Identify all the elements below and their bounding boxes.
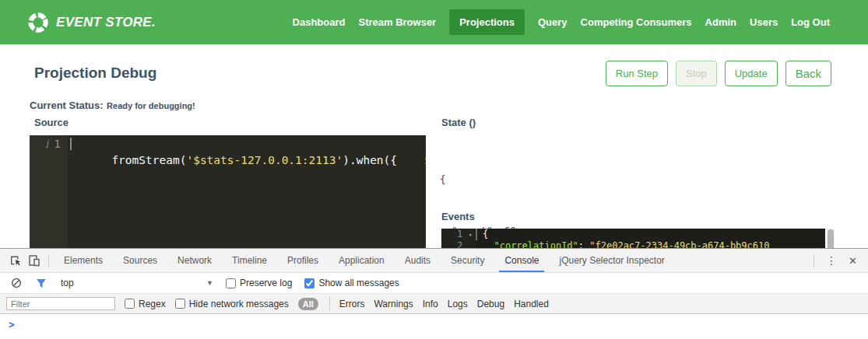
page-title: Projection Debug <box>34 65 156 82</box>
devtools-menu-icon[interactable]: ⋮ <box>819 254 844 267</box>
filter-input[interactable] <box>6 297 115 310</box>
events-scrollbar[interactable] <box>827 229 835 248</box>
source-code-editor[interactable]: i1 fromStream('$stats-127.0.0.1:2113').w… <box>30 135 426 248</box>
preserve-log-checkbox[interactable] <box>226 278 236 288</box>
hide-network-messages-label[interactable]: Hide network messages <box>189 299 289 309</box>
source-section-label: Source <box>34 117 69 128</box>
source-editor-gutter: i1 <box>30 135 67 248</box>
filter-level-debug[interactable]: Debug <box>477 299 504 309</box>
clear-console-icon[interactable] <box>7 274 26 292</box>
events-line-1: 1 ▾ { <box>441 229 825 240</box>
chevron-down-icon: ▼ <box>206 279 213 287</box>
code-token: ).when({ <box>343 154 397 166</box>
tab-audits[interactable]: Audits <box>399 249 436 272</box>
tab-application[interactable]: Application <box>333 249 390 272</box>
code-token <box>397 154 424 166</box>
text-cursor <box>70 138 72 150</box>
code-token <box>483 240 494 248</box>
nav-item-admin[interactable]: Admin <box>705 16 736 28</box>
fold-arrow-icon[interactable]: ▾ <box>469 231 473 239</box>
tab-timeline[interactable]: Timeline <box>227 249 272 272</box>
device-toolbar-icon[interactable] <box>25 251 44 270</box>
update-button[interactable]: Update <box>725 61 778 86</box>
filter-level-info[interactable]: Info <box>423 299 438 309</box>
events-line-2: 2 ▾ "correlationId": "f2e02ac7-2334-49cb… <box>441 240 825 248</box>
events-editor-gutter: 1 ▾ <box>441 229 476 240</box>
filter-level-all[interactable]: All <box>298 298 318 310</box>
line-number: 1 <box>457 229 462 239</box>
code-token: { <box>483 229 488 239</box>
console-toolbar: top ▼ Preserve log Show all messages <box>0 273 868 294</box>
state-section-label: State () <box>441 117 476 128</box>
nav-menu: Dashboard Stream Browser Projections Que… <box>293 9 830 35</box>
status-value: Ready for debugging! <box>107 101 195 110</box>
events-editor-gutter: 2 ▾ <box>441 240 476 248</box>
nav-item-projections[interactable]: Projections <box>449 9 525 35</box>
inspect-element-icon[interactable] <box>6 251 25 270</box>
filter-level-errors[interactable]: Errors <box>339 299 365 309</box>
tab-jquery-selector-inspector[interactable]: jQuery Selector Inspector <box>553 249 669 272</box>
tab-network[interactable]: Network <box>172 249 217 272</box>
nav-item-competing-consumers[interactable]: Competing Consumers <box>581 16 692 28</box>
regex-checkbox[interactable] <box>125 299 135 309</box>
main-navbar: EVENT STORE. Dashboard Stream Browser Pr… <box>0 0 868 44</box>
info-annotation-icon: i <box>45 138 49 150</box>
status-label: Current Status: <box>30 100 104 111</box>
brand-text: EVENT STORE. <box>56 15 156 30</box>
devtools-window-controls: ⋮ ✕ <box>809 254 862 267</box>
code-token: $init: <box>424 154 426 166</box>
nav-item-logout[interactable]: Log Out <box>791 16 830 28</box>
tab-console[interactable]: Console <box>499 249 544 272</box>
nav-item-stream-browser[interactable]: Stream Browser <box>358 16 436 28</box>
console-log-area[interactable]: > <box>0 314 868 338</box>
events-code-line: { <box>476 229 488 240</box>
action-buttons: Run Step Stop Update Back <box>606 61 831 86</box>
console-filter-bar: Regex Hide network messages All Errors W… <box>0 294 868 314</box>
run-step-button[interactable]: Run Step <box>606 61 668 86</box>
hide-network-messages-checkbox[interactable] <box>175 299 185 309</box>
tab-sources[interactable]: Sources <box>118 249 163 272</box>
code-token: "f2e02ac7-2334-49cb-a674-bb9c610 <box>589 240 769 248</box>
events-code-line: "correlationId": "f2e02ac7-2334-49cb-a67… <box>476 240 769 248</box>
devtools-tabbar: Elements Sources Network Timeline Profil… <box>0 249 868 273</box>
execution-context-selector[interactable]: top ▼ <box>61 278 213 288</box>
toolbar-separator <box>48 254 49 267</box>
show-all-messages-label[interactable]: Show all messages <box>318 278 399 288</box>
line-number: 2 <box>457 240 462 248</box>
filter-level-warnings[interactable]: Warnings <box>374 299 413 309</box>
nav-item-dashboard[interactable]: Dashboard <box>293 16 346 28</box>
current-status: Current Status: Ready for debugging! <box>30 98 195 112</box>
code-token: fromStream( <box>111 154 186 166</box>
preserve-log-label[interactable]: Preserve log <box>240 278 292 288</box>
back-button[interactable]: Back <box>785 61 831 86</box>
code-token: "correlationId" <box>494 240 578 248</box>
devtools-panel: Elements Sources Network Timeline Profil… <box>0 248 868 339</box>
toolbar-separator <box>329 297 330 310</box>
code-token: : <box>578 240 589 248</box>
events-code-editor[interactable]: 1 ▾ { 2 ▾ "correlationId": "f2e02ac7-233… <box>441 229 825 248</box>
stop-button: Stop <box>676 61 717 86</box>
state-json-line: { <box>440 171 516 188</box>
projection-debug-page: EVENT STORE. Dashboard Stream Browser Pr… <box>0 0 868 339</box>
filter-level-handled[interactable]: Handled <box>514 299 549 309</box>
source-code-line: fromStream('$stats-127.0.0.1:2113').when… <box>67 135 426 248</box>
console-prompt-chevron[interactable]: > <box>0 314 868 330</box>
event-store-logo[interactable]: EVENT STORE. <box>27 12 156 33</box>
tab-security[interactable]: Security <box>445 249 490 272</box>
scrollbar-thumb[interactable] <box>828 229 834 250</box>
nav-item-query[interactable]: Query <box>538 16 568 28</box>
line-number: 1 <box>54 138 61 150</box>
filter-level-logs[interactable]: Logs <box>448 299 468 309</box>
execution-context-value: top <box>61 278 74 288</box>
toolbar-separator <box>814 254 814 267</box>
devtools-close-icon[interactable]: ✕ <box>844 255 862 267</box>
event-store-ring-icon <box>27 12 49 33</box>
code-token: '$stats-127.0.0.1:2113' <box>186 154 343 166</box>
filter-funnel-icon[interactable] <box>32 274 51 292</box>
regex-label[interactable]: Regex <box>139 299 166 309</box>
nav-item-users[interactable]: Users <box>750 16 778 28</box>
tab-elements[interactable]: Elements <box>58 249 108 272</box>
show-all-messages-checkbox[interactable] <box>304 278 315 288</box>
tab-profiles[interactable]: Profiles <box>282 249 324 272</box>
